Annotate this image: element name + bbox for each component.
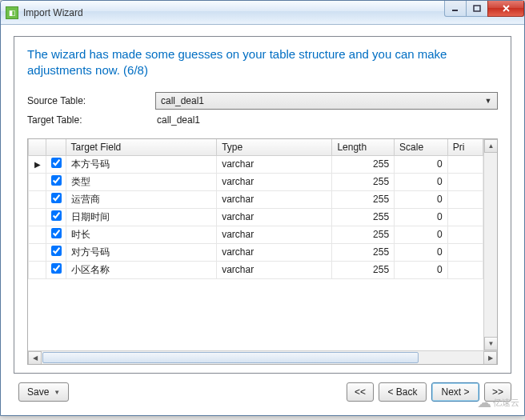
cell-length[interactable]: 255 <box>332 173 395 190</box>
cell-pri[interactable] <box>447 155 483 173</box>
scroll-left-icon[interactable]: ◀ <box>28 351 42 365</box>
cell-length[interactable]: 255 <box>332 155 395 173</box>
cell-target-field[interactable]: 本方号码 <box>66 155 217 173</box>
cell-target-field[interactable]: 时长 <box>66 226 217 243</box>
target-table-value: call_deal1 <box>155 114 200 126</box>
cell-pri[interactable] <box>447 261 483 278</box>
chevron-down-icon: ▼ <box>482 94 495 107</box>
close-icon <box>502 4 511 13</box>
cell-type[interactable]: varchar <box>217 226 332 243</box>
svg-rect-1 <box>474 6 480 11</box>
fields-table: Target Field Type Length Scale Pri ▶本方号码… <box>28 139 483 279</box>
window-title: Import Wizard <box>23 7 83 18</box>
target-table-label: Target Table: <box>27 114 155 126</box>
col-type[interactable]: Type <box>217 139 332 156</box>
back-button[interactable]: < Back <box>379 382 427 402</box>
horizontal-scrollbar[interactable]: ◀ ▶ <box>28 350 497 364</box>
cell-type[interactable]: varchar <box>217 190 332 208</box>
cell-length[interactable]: 255 <box>332 190 395 208</box>
cell-target-field[interactable]: 运营商 <box>66 190 217 208</box>
scroll-thumb[interactable] <box>42 352 419 363</box>
table-row[interactable]: 日期时间varchar2550 <box>29 208 483 226</box>
table-header-row: Target Field Type Length Scale Pri <box>29 139 483 156</box>
wizard-footer: Save ▼ << < Back Next > >> <box>14 380 511 404</box>
table-row[interactable]: 时长varchar2550 <box>29 226 483 243</box>
source-table-value: call_deal1 <box>161 95 204 106</box>
minimize-button[interactable] <box>444 1 467 17</box>
save-label: Save <box>27 386 49 398</box>
cell-scale[interactable]: 0 <box>395 261 448 278</box>
include-checkbox[interactable] <box>51 158 62 168</box>
close-button[interactable] <box>487 1 524 17</box>
titlebar: ◧ Import Wizard <box>1 1 524 25</box>
window-controls <box>445 1 524 17</box>
source-table-label: Source Table: <box>27 95 155 106</box>
cell-scale[interactable]: 0 <box>395 155 448 173</box>
include-checkbox[interactable] <box>51 193 62 203</box>
cell-target-field[interactable]: 对方号码 <box>66 243 217 261</box>
scroll-down-icon[interactable]: ▼ <box>484 337 498 350</box>
target-table-row: Target Table: call_deal1 <box>27 114 498 126</box>
chevron-down-icon: ▼ <box>54 389 60 396</box>
maximize-icon <box>473 5 481 13</box>
include-checkbox[interactable] <box>51 246 62 256</box>
cell-target-field[interactable]: 类型 <box>66 173 217 190</box>
cell-pri[interactable] <box>447 190 483 208</box>
scroll-right-icon[interactable]: ▶ <box>483 351 497 365</box>
cell-type[interactable]: varchar <box>217 173 332 190</box>
vertical-scrollbar[interactable]: ▲ ▼ <box>483 139 497 351</box>
maximize-button[interactable] <box>466 1 488 17</box>
include-checkbox[interactable] <box>51 175 62 186</box>
include-checkbox[interactable] <box>51 210 62 221</box>
cell-length[interactable]: 255 <box>332 261 395 278</box>
cell-length[interactable]: 255 <box>332 208 395 226</box>
main-panel: The wizard has made some guesses on your… <box>14 36 511 374</box>
next-button[interactable]: Next > <box>431 382 479 402</box>
cell-type[interactable]: varchar <box>217 243 332 261</box>
source-table-combo[interactable]: call_deal1 ▼ <box>155 92 498 110</box>
save-button[interactable]: Save ▼ <box>18 382 69 402</box>
wizard-heading: The wizard has made some guesses on your… <box>27 46 498 79</box>
col-marker[interactable] <box>29 139 46 156</box>
client-area: The wizard has made some guesses on your… <box>6 30 519 410</box>
fields-grid: Target Field Type Length Scale Pri ▶本方号码… <box>27 138 498 366</box>
table-row[interactable]: 小区名称varchar2550 <box>29 261 483 278</box>
cell-scale[interactable]: 0 <box>395 190 448 208</box>
minimize-icon <box>451 5 459 13</box>
cell-length[interactable]: 255 <box>332 226 395 243</box>
cell-length[interactable]: 255 <box>332 243 395 261</box>
cell-target-field[interactable]: 日期时间 <box>66 208 217 226</box>
cell-pri[interactable] <box>447 243 483 261</box>
cell-type[interactable]: varchar <box>217 155 332 173</box>
table-row[interactable]: ▶本方号码varchar2550 <box>29 155 483 173</box>
cell-pri[interactable] <box>447 208 483 226</box>
cell-type[interactable]: varchar <box>217 208 332 226</box>
cell-scale[interactable]: 0 <box>395 208 448 226</box>
col-target-field[interactable]: Target Field <box>66 139 217 156</box>
current-row-marker-icon: ▶ <box>34 160 41 169</box>
table-row[interactable]: 类型varchar2550 <box>29 173 483 190</box>
col-pri[interactable]: Pri <box>447 139 483 156</box>
include-checkbox[interactable] <box>51 228 62 238</box>
cell-scale[interactable]: 0 <box>395 226 448 243</box>
cell-pri[interactable] <box>447 173 483 190</box>
cell-target-field[interactable]: 小区名称 <box>66 261 217 278</box>
scroll-up-icon[interactable]: ▲ <box>484 139 498 153</box>
table-row[interactable]: 运营商varchar2550 <box>29 190 483 208</box>
last-button[interactable]: >> <box>484 382 511 402</box>
cell-type[interactable]: varchar <box>217 261 332 278</box>
include-checkbox[interactable] <box>51 263 62 274</box>
app-icon: ◧ <box>6 6 18 19</box>
first-button[interactable]: << <box>347 382 374 402</box>
cell-scale[interactable]: 0 <box>395 173 448 190</box>
source-table-row: Source Table: call_deal1 ▼ <box>27 92 498 110</box>
cell-scale[interactable]: 0 <box>395 243 448 261</box>
col-length[interactable]: Length <box>332 139 395 156</box>
col-include[interactable] <box>46 139 66 156</box>
col-scale[interactable]: Scale <box>395 139 448 156</box>
table-row[interactable]: 对方号码varchar2550 <box>29 243 483 261</box>
cell-pri[interactable] <box>447 226 483 243</box>
import-wizard-window: ◧ Import Wizard The wizard has made some… <box>0 0 525 416</box>
